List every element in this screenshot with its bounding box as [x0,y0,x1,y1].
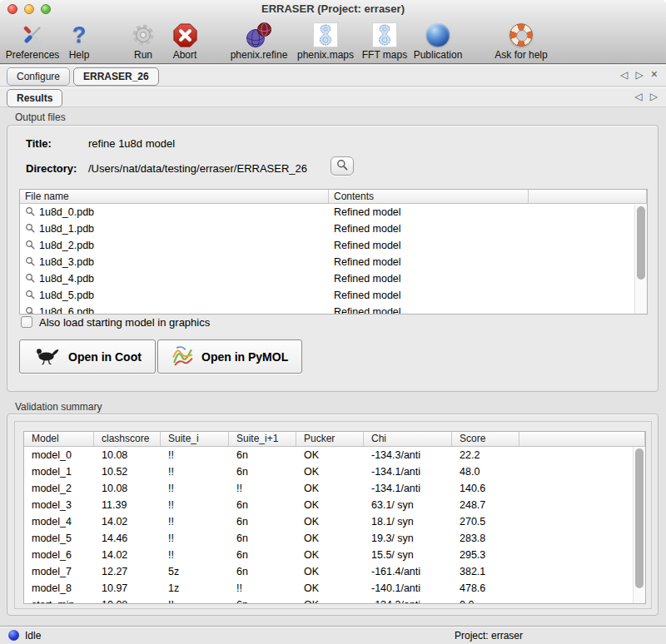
cell-score: 22.2 [452,449,519,461]
validation-panel: Model clashscore Suite_i Suite_i+1 Pucke… [14,421,652,609]
toolbar-button-abort[interactable]: Abort [164,22,206,61]
validation-table-header: Model clashscore Suite_i Suite_i+1 Pucke… [24,432,645,447]
table-row[interactable]: model_7 12.27 5z 6n OK -161.4/anti 382.1 [24,563,645,580]
toolbar-label: phenix.maps [296,49,355,61]
column-header-clashscore[interactable]: clashscore [94,432,161,446]
tab-configure[interactable]: Configure [7,67,70,86]
tab-erraser-26[interactable]: ERRASER_26 [73,67,159,86]
table-row[interactable]: 1u8d_4.pdb Refined model [20,270,647,287]
file-contents: Refined model [329,290,529,301]
toolbar-button-fft-maps[interactable]: FFT maps [360,22,410,61]
cell-clashscore: 10.97 [94,582,161,594]
cell-model: model_1 [24,466,94,478]
table-row[interactable]: 1u8d_1.pdb Refined model [20,220,647,237]
titlebar[interactable]: ERRASER (Project: erraser) [0,0,666,18]
table-row[interactable]: model_2 10.08 !! !! OK -134.1/anti 140.6 [24,480,645,497]
cell-pucker: OK [296,499,364,511]
vertical-scrollbar[interactable] [633,447,645,603]
table-row[interactable]: model_8 10.97 1z !! OK -140.1/anti 478.6 [24,580,645,597]
tab-scroll-right-icon[interactable]: ▷ [650,91,658,102]
toolbar-button-preferences[interactable]: Preferences [3,22,62,61]
cell-chi: -140.1/anti [364,582,452,594]
open-in-pymol-button[interactable]: Open in PyMOL [157,339,302,374]
table-row[interactable]: 1u8d_6.pdb Refined model [20,304,647,315]
magnifier-icon [25,290,35,302]
window-chrome: ERRASER (Project: erraser) Pr [0,0,666,64]
cell-suite-i: !! [161,549,229,561]
tab-scroll-right-icon[interactable]: ▷ [636,69,644,81]
cell-chi: -134.1/anti [364,483,452,494]
column-header-empty [529,190,647,203]
title-label: Title: [26,137,52,150]
browse-directory-button[interactable] [331,156,354,176]
table-row[interactable]: 1u8d_2.pdb Refined model [20,237,647,254]
tab-scroll-left-icon[interactable]: ◁ [620,69,628,81]
magnifier-icon [25,306,35,315]
load-starting-model-checkbox[interactable] [21,316,32,328]
column-header-contents[interactable]: Contents [329,190,529,203]
cell-pucker: OK [296,582,364,594]
cell-score: 382.1 [452,566,519,577]
toolbar-button-phenix-refine[interactable]: phenix.refine [226,22,291,61]
directory-value: /Users/nat/data/testing/erraser/ERRASER_… [88,162,307,175]
title-value: refine 1u8d model [88,137,175,150]
table-row[interactable]: model_0 10.08 !! 6n OK -134.3/anti 22.2 [24,447,645,463]
abort-icon [164,22,206,48]
column-header-suite-i[interactable]: Suite_i [161,432,229,446]
magnifier-icon [25,256,35,269]
table-row[interactable]: start_min 10.08 !! 6n OK -134.3/anti 0.0 [24,597,645,604]
toolbar-button-phenix-maps[interactable]: phenix.maps [296,22,355,61]
button-label: Open in PyMOL [201,350,288,364]
vertical-scrollbar[interactable] [634,205,647,314]
table-row[interactable]: 1u8d_5.pdb Refined model [20,287,647,304]
table-row[interactable]: model_6 14.02 !! 6n OK 15.5/ syn 295.3 [24,547,645,563]
project-label: Project: erraser [455,630,523,642]
run-gear-icon [125,22,162,48]
scrollbar-thumb[interactable] [635,448,644,588]
column-header-model[interactable]: Model [24,432,94,446]
column-header-file-name[interactable]: File name [20,190,329,203]
file-name: 1u8d_1.pdb [39,223,94,235]
column-header-empty [519,432,645,446]
table-row[interactable]: 1u8d_3.pdb Refined model [20,254,647,270]
cell-score: 478.6 [452,582,519,594]
cell-model: start_min [24,599,94,604]
cell-chi: 19.3/ syn [364,533,452,544]
column-header-suite-i1[interactable]: Suite_i+1 [229,432,296,446]
toolbar-button-help[interactable]: ? Help [62,22,96,61]
table-row[interactable]: model_1 10.52 !! 6n OK -134.1/anti 48.0 [24,463,645,480]
magnifier-icon [25,206,35,219]
toolbar-label: phenix.refine [226,49,291,61]
table-row[interactable]: 1u8d_0.pdb Refined model [20,204,647,220]
cell-clashscore: 14.46 [94,533,161,544]
column-header-chi[interactable]: Chi [364,432,452,446]
file-name: 1u8d_5.pdb [39,290,94,301]
tab-scroll-left-icon[interactable]: ◁ [635,91,643,102]
preferences-icon [3,22,62,48]
cell-score: 140.6 [452,483,519,494]
cell-suite-i: !! [161,516,229,528]
cell-suite-i: !! [161,466,229,478]
cell-score: 248.7 [452,499,519,511]
tab-results[interactable]: Results [7,89,62,107]
toolbar-button-ask-for-help[interactable]: Ask for help [492,22,550,61]
column-header-pucker[interactable]: Pucker [296,432,364,446]
table-row[interactable]: model_3 11.39 !! 6n OK 63.1/ syn 248.7 [24,497,645,513]
tab-close-icon[interactable]: × [651,69,658,81]
pymol-ribbon-icon [171,344,194,369]
open-in-coot-button[interactable]: Open in Coot [19,339,156,374]
column-header-score[interactable]: Score [452,432,519,446]
cell-pucker: OK [296,516,364,528]
cell-suite-i1: 6n [229,449,296,461]
publication-globe-icon [410,22,465,48]
toolbar-button-publication[interactable]: Publication [410,22,465,61]
table-row[interactable]: model_4 14.02 !! 6n OK 18.1/ syn 270.5 [24,513,645,530]
phenix-maps-icon [296,22,355,48]
toolbar-label: Ask for help [492,49,550,61]
toolbar-button-run[interactable]: Run [125,22,162,61]
scrollbar-thumb[interactable] [637,206,645,280]
toolbar-label: Run [125,49,162,61]
cell-chi: -134.3/anti [364,599,452,604]
cell-model: model_7 [24,566,94,577]
table-row[interactable]: model_5 14.46 !! 6n OK 19.3/ syn 283.8 [24,530,645,547]
